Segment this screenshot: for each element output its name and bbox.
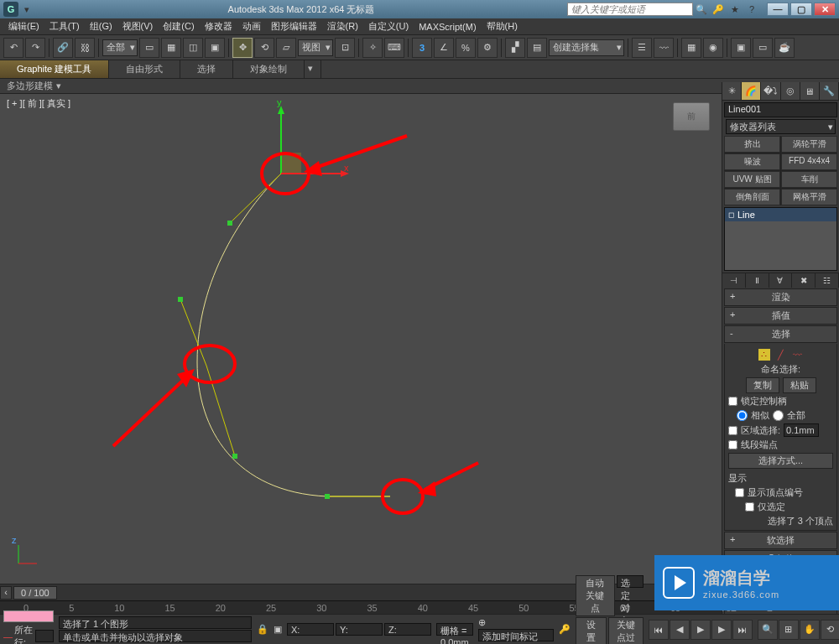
select-scale-button[interactable]: ▱ bbox=[276, 38, 296, 58]
menu-tools[interactable]: 工具(T) bbox=[44, 18, 85, 34]
percent-snap-button[interactable]: % bbox=[456, 38, 476, 58]
layer-manager-button[interactable]: ☰ bbox=[632, 38, 652, 58]
modifier-stack[interactable]: Line bbox=[724, 207, 837, 271]
render-setup-button[interactable]: ▣ bbox=[731, 38, 751, 58]
next-frame-icon[interactable]: ▶ bbox=[711, 620, 732, 640]
play-icon[interactable]: ▶ bbox=[690, 620, 711, 640]
menu-help[interactable]: 帮助(H) bbox=[482, 18, 523, 34]
menu-customize[interactable]: 自定义(U) bbox=[363, 18, 414, 34]
zoom-icon[interactable]: 🔍 bbox=[758, 620, 778, 640]
named-selection-sets[interactable]: 创建选择集 bbox=[549, 39, 624, 56]
tab-freeform[interactable]: 自由形式 bbox=[109, 60, 180, 78]
favorite-icon[interactable]: ★ bbox=[728, 3, 742, 16]
mod-extrude[interactable]: 挤出 bbox=[724, 136, 780, 153]
show-vertex-num-checkbox[interactable] bbox=[735, 488, 744, 497]
segment-end-checkbox[interactable] bbox=[728, 440, 737, 449]
key-filter-combo[interactable]: 选定对象 bbox=[617, 575, 643, 588]
menu-create[interactable]: 创建(C) bbox=[158, 18, 199, 34]
x-coord[interactable]: X: bbox=[287, 623, 334, 636]
z-coord[interactable]: Z: bbox=[384, 623, 431, 636]
remove-modifier-icon[interactable]: ✖ bbox=[792, 273, 816, 288]
select-move-button[interactable]: ✥ bbox=[232, 38, 253, 58]
copy-button[interactable]: 复制 bbox=[746, 377, 779, 393]
time-tag-icon[interactable]: ⊕ bbox=[478, 617, 554, 628]
create-panel-icon[interactable]: ✳ bbox=[722, 82, 742, 100]
utilities-panel-icon[interactable]: 🔧 bbox=[820, 82, 839, 100]
select-region-button[interactable]: ◫ bbox=[183, 38, 203, 58]
add-time-tag[interactable]: 添加时间标记 bbox=[478, 629, 554, 641]
lock-selection-icon[interactable]: 🔒 bbox=[257, 624, 268, 635]
align-button[interactable]: ▤ bbox=[527, 38, 547, 58]
undo-button[interactable]: ↶ bbox=[3, 38, 23, 58]
lock-handles-checkbox[interactable] bbox=[728, 397, 737, 406]
y-coord[interactable]: Y: bbox=[336, 623, 383, 636]
similar-radio[interactable] bbox=[737, 410, 748, 421]
select-rotate-button[interactable]: ⟲ bbox=[254, 38, 274, 58]
material-editor-button[interactable]: ◉ bbox=[703, 38, 723, 58]
app-logo-icon[interactable]: G bbox=[3, 2, 18, 17]
schematic-view-button[interactable]: ▦ bbox=[681, 38, 701, 58]
keyboard-shortcut-button[interactable]: ⌨ bbox=[384, 38, 404, 58]
key-filters-button[interactable]: 关键点过滤器 bbox=[608, 617, 643, 644]
mirror-button[interactable]: ▞ bbox=[505, 38, 525, 58]
stack-item-line[interactable]: Line bbox=[725, 208, 836, 221]
mod-lathe[interactable]: 车削 bbox=[781, 171, 837, 188]
selected-only-checkbox[interactable] bbox=[745, 502, 754, 512]
curve-editor-button[interactable]: 〰 bbox=[654, 38, 674, 58]
select-object-button[interactable]: ▭ bbox=[139, 38, 159, 58]
menu-animation[interactable]: 动画 bbox=[237, 18, 266, 34]
restore-button[interactable]: ▢ bbox=[790, 3, 812, 16]
show-end-result-icon[interactable]: Ⅱ bbox=[746, 273, 769, 288]
set-key-button[interactable]: 设置关键点 bbox=[576, 617, 607, 644]
menu-modifiers[interactable]: 修改器 bbox=[200, 18, 237, 34]
mod-noise[interactable]: 噪波 bbox=[724, 153, 780, 170]
menu-view[interactable]: 视图(V) bbox=[117, 18, 159, 34]
ribbon-panel-polymodel[interactable]: 多边形建模 bbox=[0, 79, 839, 94]
display-panel-icon[interactable]: 🖥 bbox=[800, 82, 820, 100]
subobj-spline-icon[interactable]: 〰 bbox=[792, 349, 804, 361]
paste-button[interactable]: 粘贴 bbox=[783, 377, 816, 393]
select-name-button[interactable]: ▦ bbox=[161, 38, 181, 58]
viewport[interactable]: [ + ][ 前 ][ 真实 ] y x z bbox=[0, 94, 722, 584]
signin-icon[interactable]: 🔑 bbox=[711, 3, 725, 16]
pan-icon[interactable]: ✋ bbox=[800, 620, 820, 640]
make-unique-icon[interactable]: ∀ bbox=[769, 273, 793, 288]
close-button[interactable]: ✕ bbox=[814, 3, 836, 16]
menu-group[interactable]: 组(G) bbox=[85, 18, 117, 34]
render-button[interactable]: ☕ bbox=[774, 38, 795, 58]
area-select-spinner[interactable]: 0.1mm bbox=[784, 423, 819, 437]
redo-button[interactable]: ↷ bbox=[25, 38, 45, 58]
dropdown-icon[interactable]: ▾ bbox=[20, 3, 34, 16]
time-prev-icon[interactable]: ‹ bbox=[0, 586, 12, 600]
pivot-center-button[interactable]: ⊡ bbox=[335, 38, 355, 58]
goto-end-icon[interactable]: ⏭ bbox=[732, 620, 753, 640]
mod-meshsmooth[interactable]: 网格平滑 bbox=[781, 189, 837, 205]
motion-panel-icon[interactable]: ◎ bbox=[781, 82, 800, 100]
subobj-vertex-icon[interactable]: ∴ bbox=[758, 349, 770, 361]
ribbon-expand-icon[interactable]: ▾ bbox=[305, 60, 321, 78]
maxscript-mini-listener[interactable] bbox=[3, 610, 54, 622]
orbit-icon[interactable]: ⟲ bbox=[821, 620, 839, 640]
select-by-button[interactable]: 选择方式... bbox=[728, 453, 833, 469]
rollout-interpolation[interactable]: 插值 bbox=[724, 307, 837, 325]
subobj-segment-icon[interactable]: ╱ bbox=[775, 349, 787, 361]
menu-edit[interactable]: 编辑(E) bbox=[3, 18, 44, 34]
hierarchy-panel-icon[interactable]: �⤵ bbox=[761, 82, 780, 100]
tab-graphite[interactable]: Graphite 建模工具 bbox=[0, 60, 109, 78]
rendered-frame-button[interactable]: ▭ bbox=[753, 38, 773, 58]
zoom-all-icon[interactable]: ⊞ bbox=[779, 620, 799, 640]
link-button[interactable]: 🔗 bbox=[53, 38, 73, 58]
modifier-list[interactable]: 修改器列表 bbox=[726, 119, 836, 134]
search-icon[interactable]: 🔍 bbox=[695, 3, 708, 16]
mod-turbosmooth[interactable]: 涡轮平滑 bbox=[781, 136, 837, 153]
prev-frame-icon[interactable]: ◀ bbox=[670, 620, 690, 640]
goto-start-icon[interactable]: ⏮ bbox=[649, 620, 669, 640]
snap-toggle-button[interactable]: 3 bbox=[412, 38, 432, 58]
configure-sets-icon[interactable]: ☷ bbox=[816, 273, 839, 288]
tab-selection[interactable]: 选择 bbox=[180, 60, 233, 78]
help-search-input[interactable] bbox=[567, 3, 693, 16]
angle-snap-button[interactable]: ∠ bbox=[434, 38, 454, 58]
time-thumb[interactable]: 0 / 100 bbox=[13, 586, 57, 600]
pin-stack-icon[interactable]: ⊣ bbox=[722, 273, 746, 288]
rollout-softselection[interactable]: 软选择 bbox=[724, 532, 837, 549]
